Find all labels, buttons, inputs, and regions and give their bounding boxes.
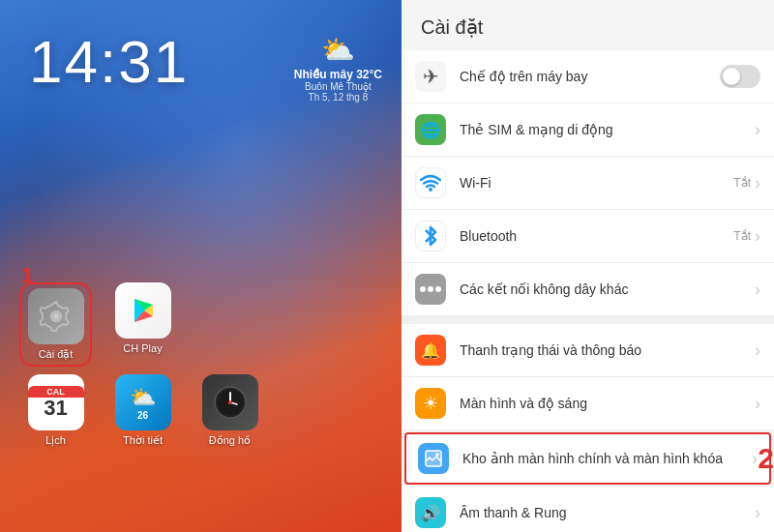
weather-desc: Buôn Mê Thuột <box>294 81 382 92</box>
wifi-svg <box>420 174 441 192</box>
svg-point-22 <box>435 453 439 457</box>
svg-point-16 <box>429 188 432 192</box>
wifi-label: Wi-Fi <box>460 174 733 192</box>
right-text-wifi: Tắt <box>733 176 751 190</box>
app-row-1: 1 Cài đặt <box>19 282 382 367</box>
network-icon <box>415 274 446 305</box>
notification-icon: 🔔 <box>415 335 446 366</box>
settings-list: ✈Chế độ trên máy bay🌐Thẻ SIM & mạng di đ… <box>402 50 774 532</box>
weather-app-icon[interactable]: ⛅ 26 <box>115 374 171 430</box>
app-icon-settings-wrapper[interactable]: 1 Cài đặt <box>19 282 92 367</box>
bluetooth-right: Tắt› <box>733 226 760 247</box>
sound-label: Âm thanh & Rung <box>460 504 755 521</box>
chevron-sound: › <box>755 503 760 523</box>
bluetooth-label: Bluetooth <box>460 227 733 245</box>
airplane-label: Chế độ trên máy bay <box>460 68 720 85</box>
app-icon-weather-wrapper[interactable]: ⛅ 26 Thời tiết <box>106 374 179 447</box>
sim-right: › <box>755 120 760 140</box>
chevron-network: › <box>755 280 760 300</box>
network-right: › <box>755 280 760 300</box>
settings-item-wallpaper[interactable]: Kho ảnh màn hình chính và màn hình khóa›… <box>404 432 771 485</box>
clock-app-label: Đồng hồ <box>209 434 251 447</box>
bluetooth-icon <box>415 221 446 251</box>
settings-item-bluetooth[interactable]: BluetoothTắt› <box>402 210 774 263</box>
sound-icon: 🔊 <box>415 497 446 528</box>
wifi-right: Tắt› <box>733 173 760 193</box>
settings-item-sim[interactable]: 🌐Thẻ SIM & mạng di động› <box>402 103 774 157</box>
brightness-icon: ☀ <box>415 388 446 419</box>
brightness-label: Màn hình và độ sáng <box>460 395 755 412</box>
chevron-wallpaper: › <box>752 449 758 469</box>
homescreen-panel: 14:31 ⛅ Nhiều mây 32°C Buôn Mê Thuột Th … <box>0 0 402 532</box>
calendar-app-label: Lịch <box>45 434 66 447</box>
notification-label: Thanh trạng thái và thông báo <box>460 341 755 359</box>
network-svg <box>419 281 442 297</box>
svg-point-17 <box>420 286 426 292</box>
svg-point-19 <box>435 286 441 292</box>
settings-panel: Cài đặt ✈Chế độ trên máy bay🌐Thẻ SIM & m… <box>402 0 774 532</box>
wallpaper-label: Kho ảnh màn hình chính và màn hình khóa <box>462 450 752 467</box>
notification-right: › <box>755 340 760 361</box>
settings-item-airplane[interactable]: ✈Chế độ trên máy bay <box>402 50 774 103</box>
weather-date: Th 5, 12 thg 8 <box>294 92 382 103</box>
app-icon-chplay-wrapper[interactable]: CH Play <box>106 282 179 367</box>
app-row-2: CAL 31 Lịch ⛅ 26 Thời tiết <box>19 374 382 447</box>
chevron-wifi: › <box>755 173 760 193</box>
app-grid: 1 Cài đặt <box>0 282 402 455</box>
weather-icon: ⛅ <box>294 34 382 66</box>
clock-icon-svg <box>213 385 248 420</box>
weather-widget: ⛅ Nhiều mây 32°C Buôn Mê Thuột Th 5, 12 … <box>294 34 382 103</box>
toggle-airplane[interactable] <box>720 65 760 88</box>
sound-right: › <box>755 503 760 523</box>
gear-icon <box>40 300 73 333</box>
svg-point-15 <box>228 400 232 404</box>
settings-divider <box>402 316 774 324</box>
bluetooth-svg <box>423 224 438 248</box>
weather-temp: Nhiều mây 32°C <box>294 68 382 81</box>
clock-app-icon[interactable] <box>202 374 258 430</box>
time-display: 14:31 <box>29 27 189 96</box>
wallpaper-right: › <box>752 449 758 469</box>
brightness-right: › <box>755 394 760 414</box>
settings-item-network[interactable]: Các kết nối không dây khác› <box>402 263 774 316</box>
app-icon-calendar-wrapper[interactable]: CAL 31 Lịch <box>19 374 92 447</box>
right-text-bluetooth: Tắt <box>733 229 751 243</box>
svg-point-18 <box>428 286 433 292</box>
chplay-app-icon[interactable] <box>115 282 171 339</box>
calendar-app-icon[interactable]: CAL 31 <box>28 374 84 430</box>
chevron-brightness: › <box>755 394 760 414</box>
step-2-label: 2 <box>758 442 774 475</box>
settings-app-icon[interactable] <box>28 288 84 344</box>
app-icon-clock-wrapper[interactable]: Đồng hồ <box>194 374 266 447</box>
airplane-right <box>720 65 760 88</box>
chevron-notification: › <box>755 340 760 361</box>
settings-item-brightness[interactable]: ☀Màn hình và độ sáng› <box>402 377 774 430</box>
airplane-icon: ✈ <box>415 61 446 92</box>
settings-title: Cài đặt <box>402 0 774 50</box>
step-1-label: 1 <box>21 263 33 288</box>
play-store-icon <box>126 293 161 328</box>
sim-label: Thẻ SIM & mạng di động <box>460 121 755 138</box>
chplay-app-label: CH Play <box>123 342 162 354</box>
chevron-bluetooth: › <box>755 226 760 247</box>
wallpaper-svg <box>424 449 443 468</box>
chevron-sim: › <box>755 120 760 140</box>
settings-item-sound[interactable]: 🔊Âm thanh & Rung› <box>402 487 774 532</box>
settings-app-label: Cài đặt <box>39 348 74 361</box>
network-label: Các kết nối không dây khác <box>460 281 755 298</box>
settings-item-notification[interactable]: 🔔Thanh trạng thái và thông báo› <box>402 324 774 377</box>
wallpaper-icon <box>418 443 449 474</box>
wifi-icon <box>415 167 446 198</box>
sim-icon: 🌐 <box>415 114 446 145</box>
weather-app-label: Thời tiết <box>123 434 163 447</box>
settings-item-wifi[interactable]: Wi-FiTắt› <box>402 157 774 210</box>
